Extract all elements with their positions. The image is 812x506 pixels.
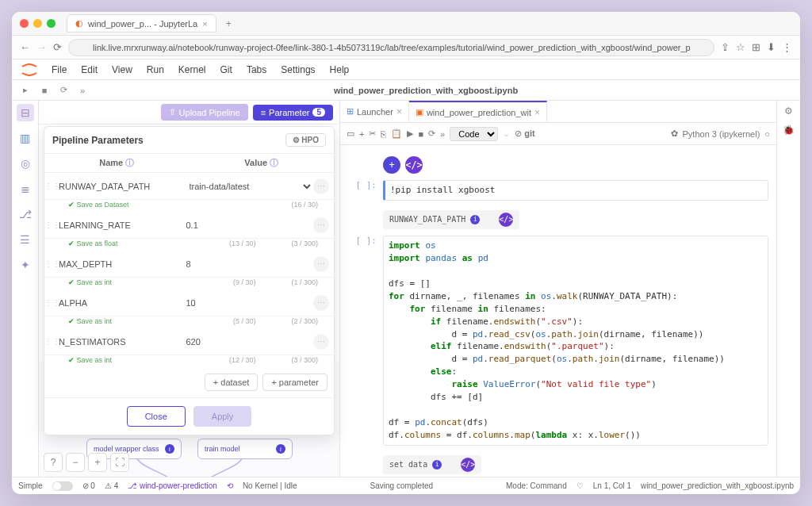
add-parameter-button[interactable]: + parameter [262,374,327,391]
git-indicator[interactable]: ⊘ git [515,128,535,139]
cut-icon[interactable]: ✂ [369,128,376,139]
close-icon[interactable]: × [396,106,402,117]
close-icon[interactable]: × [534,107,540,118]
add-cell-above-icon[interactable]: + [383,156,400,174]
url-input[interactable] [68,39,714,56]
run-icon[interactable]: ▸ [18,83,33,98]
drag-handle-icon[interactable]: ⋮⋮ [44,298,56,307]
zoom-in-button[interactable]: + [88,453,107,472]
files-icon[interactable]: ▥ [17,129,34,147]
apply-button[interactable]: Apply [193,406,252,427]
trust-icon[interactable]: ♡ [576,481,584,490]
run-cell-icon[interactable]: ▶ [407,128,413,139]
restart-kernel-icon[interactable]: ⟳ [428,128,435,139]
new-tab-icon[interactable]: + [226,18,232,29]
row-menu-icon[interactable]: ⋯ [313,217,329,233]
param-value-input[interactable] [186,259,314,269]
param-value-input[interactable] [186,337,314,347]
nav-forward-icon[interactable]: → [36,41,47,53]
paste-icon[interactable]: 📋 [391,128,402,139]
close-window-icon[interactable] [20,19,29,28]
toc-icon[interactable]: ☰ [17,231,34,248]
layers-icon[interactable]: ≣ [17,180,34,197]
menu-view[interactable]: View [105,63,139,77]
share-icon[interactable]: ⇪ [721,41,730,53]
code-input[interactable]: !pip install xgboost [383,180,768,201]
kernel-name[interactable]: Python 3 (ipykernel) [683,129,760,139]
reload-icon[interactable]: ⟳ [53,41,62,53]
restart-icon[interactable]: ⟳ [56,83,71,98]
minimize-window-icon[interactable] [33,19,42,28]
status-warnings[interactable]: ⚠ 4 [105,481,118,490]
jupyter-logo-icon[interactable] [18,62,40,78]
menu-git[interactable]: Git [214,63,239,77]
running-icon[interactable]: ◎ [17,155,34,172]
menu-kernel[interactable]: Kernel [172,63,213,77]
info-icon[interactable]: i [432,460,442,470]
browser-tab[interactable]: ◐ wind_power_p... - JupyterLa × [67,14,216,33]
info-icon[interactable]: i [470,215,480,224]
pipeline-icon[interactable]: ⊟ [17,104,34,121]
cell[interactable]: [ ]: !pip install xgboost [348,180,768,201]
sync-icon[interactable]: ⟲ [227,481,233,490]
add-cell-icon[interactable]: + [359,129,364,139]
add-dataset-button[interactable]: + dataset [205,374,259,391]
param-value-input[interactable] [186,220,314,230]
settings-icon[interactable]: ✿ [671,128,678,139]
simple-toggle[interactable] [52,481,73,491]
fastforward-icon[interactable]: » [75,83,90,98]
code-toggle-icon[interactable]: </> [405,156,423,174]
stop-kernel-icon[interactable]: ■ [418,129,423,139]
drag-handle-icon[interactable]: ⋮⋮ [44,182,56,190]
menu-help[interactable]: Help [324,63,356,77]
extensions-icon[interactable]: ⊞ [752,41,760,53]
tab-close-icon[interactable]: × [202,19,207,29]
stop-icon[interactable]: ■ [37,83,52,98]
parameter-button[interactable]: ≡ Parameter 5 [253,105,333,121]
info-icon[interactable]: i [165,444,174,454]
row-menu-icon[interactable]: ⋯ [313,295,329,311]
cell[interactable]: [ ]: import os import pandas as pd dfs =… [348,236,768,446]
status-errors[interactable]: ⊘ 0 [82,481,95,490]
help-button[interactable]: ? [44,453,63,472]
param-value-select[interactable]: train-data/latest [186,181,314,192]
node-train-model[interactable]: train modeli [197,439,293,459]
drag-handle-icon[interactable]: ⋮⋮ [44,220,56,229]
row-menu-icon[interactable]: ⋯ [313,178,329,194]
param-chip[interactable]: set data i </> [383,455,481,474]
git-icon[interactable]: ⎇ [17,205,34,223]
info-icon[interactable]: i [276,444,285,454]
menu-edit[interactable]: Edit [75,63,104,77]
run-all-icon[interactable]: » [440,129,445,139]
hpo-toggle[interactable]: ⚙ HPO [285,133,326,147]
tab-launcher[interactable]: ⊞Launcher× [340,101,409,122]
cells-area[interactable]: +</> [ ]: !pip install xgboost RUNWAY_DA… [340,145,776,477]
menu-file[interactable]: File [45,63,73,77]
drag-handle-icon[interactable]: ⋮⋮ [44,259,56,268]
param-value-input[interactable] [186,298,314,308]
save-icon[interactable]: ▭ [347,128,354,139]
row-menu-icon[interactable]: ⋯ [313,334,329,350]
drag-handle-icon[interactable]: ⋮⋮ [44,337,56,346]
fit-button[interactable]: ⛶ [110,453,129,472]
code-icon[interactable]: </> [461,458,475,472]
extension-icon[interactable]: ✦ [17,256,34,274]
download-icon[interactable]: ⬇ [767,41,776,53]
param-chip[interactable]: RUNWAY_DATA_PATH i </> [383,210,519,229]
menu-run[interactable]: Run [140,63,170,77]
nav-back-icon[interactable]: ← [20,41,30,53]
code-icon[interactable]: </> [499,213,513,227]
upload-pipeline-button[interactable]: ⇧ Upload Pipeline [161,104,248,121]
menu-settings[interactable]: Settings [274,63,321,77]
star-icon[interactable]: ☆ [736,41,745,53]
profile-icon[interactable]: ⋮ [782,41,792,53]
gear-icon[interactable]: ⚙ [784,105,793,117]
tab-notebook[interactable]: ▣wind_power_prediction_wit× [409,101,547,122]
close-button[interactable]: Close [127,406,186,427]
code-input[interactable]: import os import pandas as pd dfs = [] f… [383,236,768,446]
git-branch[interactable]: ⎇ wind-power-prediction [128,481,217,490]
copy-icon[interactable]: ⎘ [381,129,386,139]
bug-icon[interactable]: 🐞 [783,125,795,136]
row-menu-icon[interactable]: ⋯ [313,256,329,272]
cell-type-select[interactable]: Code [450,127,498,141]
